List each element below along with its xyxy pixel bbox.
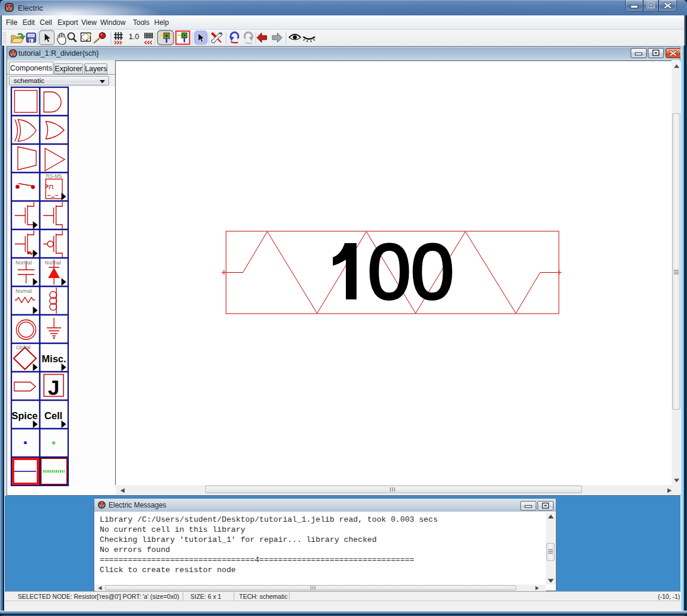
svg-text:Normal: Normal	[15, 260, 32, 266]
svg-text:00: 00	[368, 228, 454, 315]
svg-text:Cell: Cell	[44, 410, 62, 421]
svg-text:Normal: Normal	[15, 288, 32, 294]
svg-text:Global: Global	[16, 344, 31, 350]
svg-text:Misc.: Misc.	[42, 353, 66, 364]
svg-text:Spice: Spice	[11, 410, 37, 421]
svg-text:RS-MS: RS-MS	[46, 173, 62, 179]
svg-text:Normal: Normal	[44, 260, 61, 266]
svg-text:J: J	[48, 376, 59, 399]
